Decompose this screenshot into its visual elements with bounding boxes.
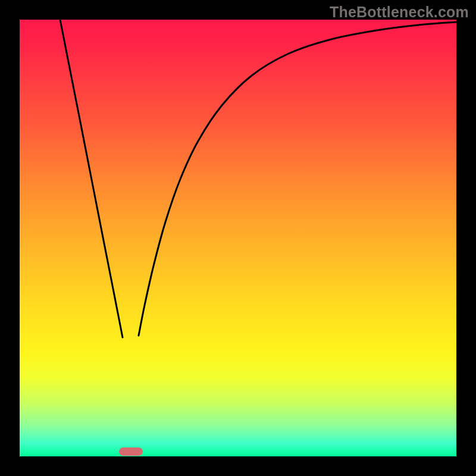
watermark-text: TheBottleneck.com	[330, 4, 469, 21]
curve-layer	[20, 20, 456, 456]
plot-area	[20, 20, 456, 456]
curve-left-branch	[60, 20, 123, 337]
curve-right-branch	[139, 22, 456, 336]
bottleneck-marker	[119, 447, 143, 456]
chart-frame: TheBottleneck.com	[0, 0, 476, 476]
